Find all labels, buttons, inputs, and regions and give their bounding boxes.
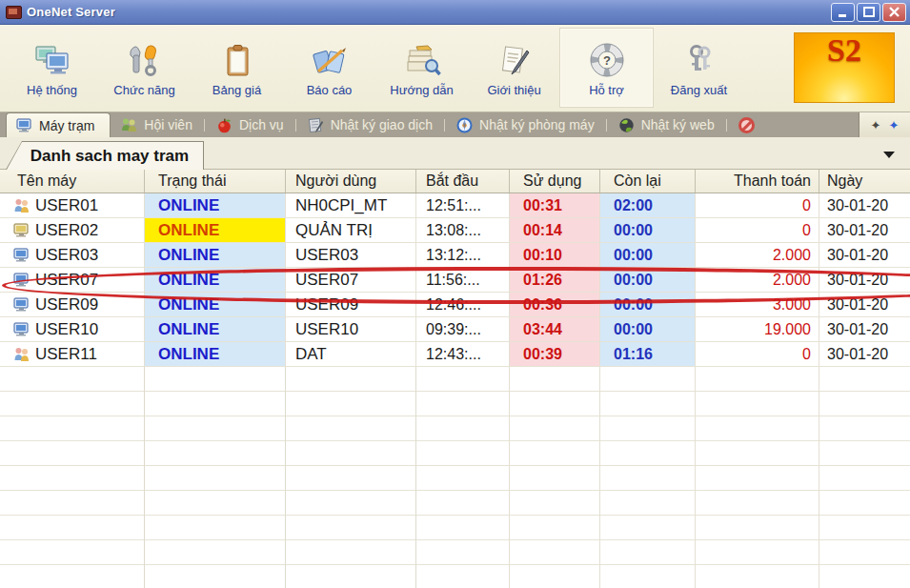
column-header[interactable]: Thanh toán (696, 170, 819, 193)
globe-icon (618, 117, 635, 133)
tab-nhat-ky-web[interactable]: Nhật ký web (609, 112, 724, 137)
maximize-icon (863, 7, 875, 17)
tab-separator (444, 119, 445, 132)
clipboard-icon (218, 38, 256, 78)
remaining-time: 00:00 (600, 317, 696, 341)
machine-name: USER01 (35, 196, 98, 215)
column-header[interactable]: Trạng thái (145, 170, 286, 193)
window-title: OneNet Server (27, 5, 115, 19)
block-button[interactable] (729, 112, 764, 137)
scroll-right-icon[interactable]: ✦ (889, 119, 900, 132)
toolbar-button-he-thong[interactable]: Hệ thống (6, 29, 98, 107)
table-row[interactable]: USER02 ONLINE QUẢN TRỊ 13:08:... 00:14 0… (0, 218, 910, 243)
status-badge: ONLINE (145, 342, 286, 366)
column-header[interactable]: Bắt đầu (416, 170, 510, 193)
used-time: 00:36 (510, 293, 600, 316)
machine-name: USER02 (35, 221, 98, 240)
payment-amount: 2.000 (696, 268, 819, 292)
tab-nhat-ky-giao-dich[interactable]: Nhật ký giao dịch (298, 112, 442, 137)
maximize-button[interactable] (857, 3, 880, 22)
tab-label: Dịch vụ (239, 117, 284, 132)
status-badge: ONLINE (145, 268, 286, 292)
status-badge: ONLINE (145, 218, 286, 242)
tab-scroll-buttons[interactable]: ✦ ✦ (859, 112, 910, 137)
tab-hoi-vien[interactable]: Hội viên (111, 112, 202, 137)
table-row[interactable]: USER11 ONLINE DAT 12:43:... 00:39 01:16 … (0, 342, 910, 367)
user-name: USER07 (286, 268, 416, 292)
about-icon (495, 38, 534, 78)
toolbar-button-chuc-nang[interactable]: Chức năng (98, 29, 191, 107)
used-time: 00:39 (510, 342, 600, 366)
tab-separator (295, 119, 296, 132)
date: 30-01-20 (819, 317, 910, 341)
date: 30-01-20 (819, 243, 910, 267)
machine-name: USER09 (35, 295, 98, 314)
tab-separator (606, 119, 607, 132)
tab-dich-vu[interactable]: Dịch vụ (207, 112, 293, 137)
svg-text:?: ? (603, 53, 611, 68)
machine-name: USER07 (35, 271, 98, 290)
toolbar-label: Hệ thống (27, 83, 77, 97)
start-time: 12:51:... (416, 193, 510, 217)
report-icon (311, 38, 349, 78)
column-header[interactable]: Còn lại (600, 170, 696, 193)
minimize-button[interactable] (831, 3, 855, 22)
dropdown-arrow-icon[interactable] (883, 152, 895, 158)
subtab-danh-sach-may-tram[interactable]: Danh sach may tram (6, 141, 204, 170)
user-name: USER03 (286, 243, 416, 267)
table-row-highlighted[interactable]: USER07 ONLINE USER07 11:56:... 01:26 00:… (0, 268, 910, 293)
toolbar-button-huong-dan[interactable]: Hướng dẫn (375, 29, 468, 107)
monitor-icon (16, 118, 33, 133)
table-row[interactable]: USER01 ONLINE NH0CPI_MT 12:51:... 00:31 … (0, 193, 910, 218)
toolbar-button-dang-xuat[interactable]: Đăng xuất (653, 29, 745, 107)
table-row[interactable]: USER09 ONLINE USER09 12:46:... 00:36 00:… (0, 293, 910, 317)
computer-icon (13, 322, 30, 337)
used-time: 03:44 (510, 317, 600, 341)
tab-may-tram[interactable]: Máy trạm (6, 112, 111, 137)
payment-amount: 3.000 (696, 293, 819, 316)
tab-label: Nhật ký web (641, 117, 715, 132)
user-pair-icon (13, 347, 30, 362)
toolbar-button-ho-tro[interactable]: ? Hỗ trợ (560, 29, 653, 107)
machine-name: USER11 (35, 345, 97, 364)
close-icon (889, 7, 900, 17)
toolbar-button-gioi-thieu[interactable]: Giới thiệu (468, 29, 560, 107)
date: 30-01-20 (819, 293, 910, 316)
title-bar: OneNet Server (0, 0, 910, 25)
tools-icon (126, 38, 164, 78)
scroll-left-icon[interactable]: ✦ (871, 119, 881, 132)
remaining-time: 00:00 (600, 218, 696, 242)
table-body: USER01 ONLINE NH0CPI_MT 12:51:... 00:31 … (0, 193, 910, 367)
computer-icon (13, 248, 30, 263)
block-icon (738, 117, 755, 133)
toolbar-label: Đăng xuất (671, 83, 727, 97)
toolbar-button-bang-gia[interactable]: Bảng giá (191, 29, 283, 107)
user-pair-icon (13, 198, 30, 213)
user-name: USER09 (286, 293, 416, 316)
column-header[interactable]: Tên máy (0, 170, 145, 193)
table-row[interactable]: USER03 ONLINE USER03 13:12:... 00:10 00:… (0, 243, 910, 268)
empty-grid-rows (0, 367, 910, 588)
user-name: QUẢN TRỊ (286, 218, 416, 242)
payment-amount: 19.000 (696, 317, 819, 341)
table-header: Tên máy Trạng thái Người dùng Bắt đầu Sử… (0, 170, 910, 193)
tab-label: Hội viên (144, 117, 192, 132)
machine-name: USER03 (35, 246, 98, 265)
used-time: 01:26 (510, 268, 600, 292)
computer-icon (13, 273, 30, 288)
date: 30-01-20 (819, 193, 910, 217)
column-header[interactable]: Người dùng (286, 170, 416, 193)
toolbar-label: Bảng giá (212, 83, 261, 97)
window-controls (831, 3, 906, 22)
tab-label: Nhật ký phòng máy (479, 117, 595, 132)
tab-nhat-ky-phong-may[interactable]: Nhật ký phòng máy (447, 112, 604, 137)
toolbar-button-bao-cao[interactable]: Báo cáo (283, 29, 375, 107)
column-header[interactable]: Ngày (819, 170, 910, 193)
close-button[interactable] (882, 3, 906, 22)
table-row[interactable]: USER10 ONLINE USER10 09:39:... 03:44 00:… (0, 317, 910, 342)
start-time: 11:56:... (416, 268, 510, 292)
s2-logo-text: S2 (827, 33, 861, 68)
toolbar-label: Báo cáo (307, 83, 353, 97)
column-header[interactable]: Sử dụng (510, 170, 600, 193)
computers-icon (33, 38, 71, 78)
